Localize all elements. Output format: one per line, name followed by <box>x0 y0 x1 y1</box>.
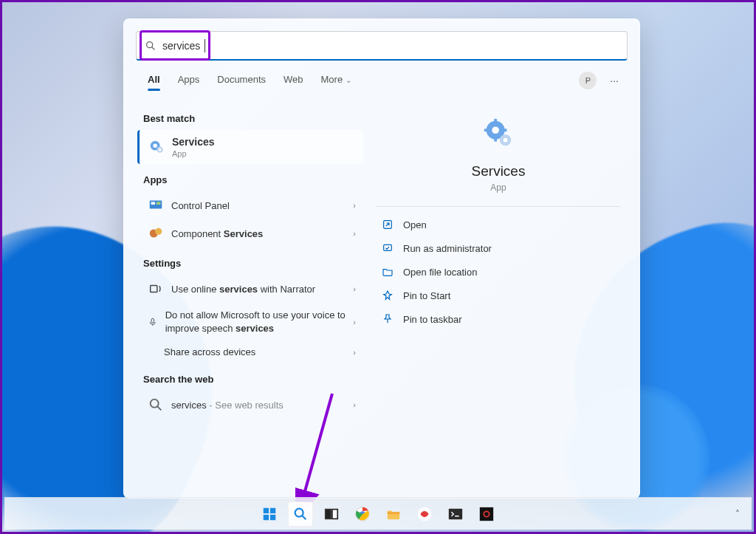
svg-point-22 <box>504 138 508 143</box>
svg-rect-18 <box>494 137 497 142</box>
chevron-down-icon: ⌄ <box>346 76 351 84</box>
result-label: Use online services with Narrator <box>171 284 315 295</box>
result-web[interactable]: services - See web results › <box>140 391 363 419</box>
component-services-icon <box>148 225 164 242</box>
folder-icon <box>381 266 394 278</box>
action-label: Pin to taskbar <box>403 314 462 325</box>
result-control-panel[interactable]: Control Panel › <box>140 191 363 219</box>
svg-line-31 <box>302 516 306 519</box>
microphone-icon <box>148 317 158 327</box>
best-match-title: Services <box>172 136 215 148</box>
svg-line-1 <box>152 47 155 49</box>
results-list: Best match Services App Apps Control Pan… <box>130 98 366 486</box>
section-apps: Apps <box>143 174 363 185</box>
taskbar-app-dark-button[interactable] <box>474 502 499 527</box>
chevron-right-icon: › <box>353 400 356 409</box>
svg-point-5 <box>159 148 162 151</box>
result-share-devices[interactable]: Share across devices › <box>140 340 363 363</box>
svg-point-10 <box>155 228 162 235</box>
result-label: Do not allow Microsoft to use your voice… <box>165 309 346 335</box>
taskbar-terminal-button[interactable] <box>443 502 468 527</box>
chevron-right-icon: › <box>353 284 356 293</box>
search-panel: services All Apps Documents Web More ⌄ P… <box>123 18 640 499</box>
svg-rect-8 <box>157 202 161 205</box>
chevron-right-icon: › <box>353 201 356 210</box>
taskbar-start-button[interactable] <box>257 502 282 527</box>
action-label: Pin to Start <box>403 290 450 301</box>
tab-apps[interactable]: Apps <box>169 68 209 92</box>
svg-rect-27 <box>270 507 275 513</box>
narrator-icon <box>148 281 164 297</box>
action-pin-start[interactable]: Pin to Start <box>374 284 623 307</box>
overflow-menu-button[interactable]: ··· <box>604 72 625 89</box>
detail-app-icon <box>374 117 623 151</box>
svg-point-13 <box>151 400 159 408</box>
best-match-result[interactable]: Services App <box>137 130 363 164</box>
tab-web[interactable]: Web <box>275 68 312 92</box>
taskbar-explorer-button[interactable] <box>381 502 406 527</box>
action-open-file-location[interactable]: Open file location <box>374 260 623 284</box>
divider <box>377 206 620 207</box>
svg-rect-12 <box>151 318 154 323</box>
pin-icon <box>381 290 394 301</box>
tab-more-label: More <box>321 74 343 85</box>
svg-point-16 <box>492 126 499 134</box>
pin-icon <box>381 313 394 325</box>
search-input[interactable]: services <box>161 40 200 52</box>
tab-all[interactable]: All <box>139 68 169 92</box>
action-pin-taskbar[interactable]: Pin to taskbar <box>374 307 623 331</box>
search-icon <box>145 40 157 52</box>
section-search-web: Search the web <box>143 374 363 385</box>
result-voice[interactable]: Do not allow Microsoft to use your voice… <box>140 303 363 340</box>
svg-line-14 <box>157 406 161 410</box>
svg-rect-17 <box>494 119 497 123</box>
result-label: Share across devices <box>164 346 255 357</box>
svg-rect-6 <box>150 201 162 209</box>
control-panel-icon <box>148 197 164 213</box>
svg-rect-11 <box>151 285 157 292</box>
action-run-admin[interactable]: Run as administrator <box>374 236 623 260</box>
svg-rect-39 <box>480 507 493 520</box>
svg-point-3 <box>153 143 157 148</box>
action-label: Open <box>403 219 427 230</box>
user-avatar[interactable]: P <box>579 72 597 89</box>
svg-rect-38 <box>449 508 462 519</box>
taskbar: ˄ <box>4 497 752 530</box>
svg-rect-26 <box>264 507 269 513</box>
svg-rect-32 <box>326 509 331 518</box>
section-best-match: Best match <box>143 113 363 124</box>
result-label: services - See web results <box>171 400 284 411</box>
svg-point-0 <box>147 41 153 47</box>
svg-rect-24 <box>384 244 392 250</box>
result-label: Control Panel <box>171 200 230 211</box>
chevron-right-icon: › <box>353 229 356 238</box>
searchbar[interactable]: services <box>136 31 628 61</box>
svg-rect-29 <box>270 514 275 519</box>
chevron-right-icon: › <box>353 318 356 326</box>
chevron-right-icon: › <box>353 348 356 357</box>
results-area: Best match Services App Apps Control Pan… <box>124 92 639 498</box>
svg-point-30 <box>295 508 303 516</box>
action-open[interactable]: Open <box>374 213 623 236</box>
taskbar-chrome-button[interactable] <box>350 502 375 527</box>
tab-more[interactable]: More ⌄ <box>312 68 360 92</box>
svg-rect-7 <box>151 202 156 205</box>
tray-overflow-caret[interactable]: ˄ <box>735 509 740 519</box>
result-component-services[interactable]: Component Services › <box>140 219 363 247</box>
shield-icon <box>381 242 394 254</box>
taskbar-app-red-button[interactable] <box>412 502 437 527</box>
svg-rect-33 <box>332 509 337 518</box>
result-narrator[interactable]: Use online services with Narrator › <box>140 275 363 303</box>
services-gear-icon <box>148 139 165 155</box>
taskbar-taskview-button[interactable] <box>319 502 344 527</box>
detail-subtitle: App <box>374 182 623 193</box>
annotation-highlight-box: services <box>140 30 210 61</box>
tab-documents[interactable]: Documents <box>208 68 275 92</box>
action-label: Run as administrator <box>403 243 492 254</box>
taskbar-search-button[interactable] <box>288 502 313 527</box>
result-label: Component Services <box>171 228 263 239</box>
action-label: Open file location <box>403 267 477 278</box>
svg-rect-36 <box>388 512 400 514</box>
best-match-subtitle: App <box>172 149 215 158</box>
searchbar-wrap: services <box>124 19 639 66</box>
